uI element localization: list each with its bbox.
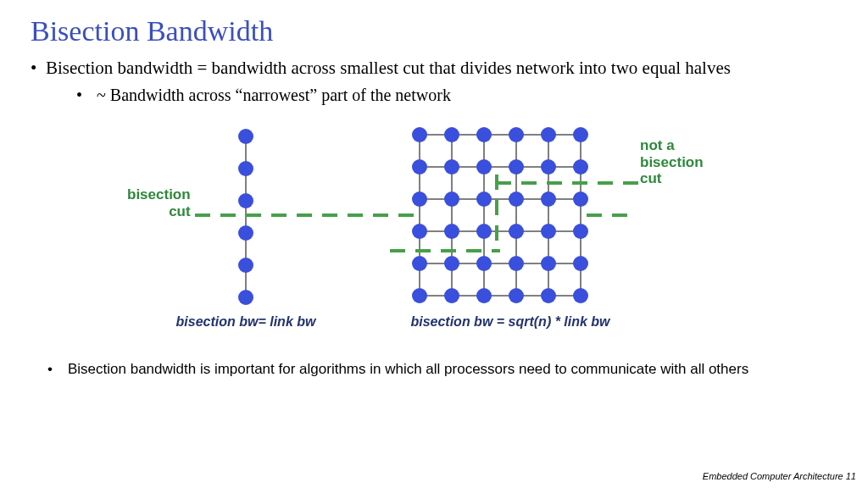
svg-point-2	[238, 161, 253, 176]
page-title: Bisection Bandwidth	[0, 0, 868, 56]
bisection-cut-label: bisection cut	[127, 186, 191, 219]
svg-point-53	[509, 288, 524, 303]
svg-point-32	[412, 191, 427, 207]
bullet-dot: •	[31, 58, 46, 79]
bottom-note: • Bisection bandwidth is important for a…	[0, 361, 868, 378]
svg-point-5	[238, 258, 253, 273]
svg-point-24	[541, 127, 556, 142]
svg-point-39	[444, 224, 459, 239]
svg-point-49	[573, 256, 588, 271]
svg-point-3	[238, 193, 253, 208]
bullet-dot: •	[76, 86, 97, 105]
svg-point-42	[541, 224, 556, 239]
svg-point-43	[573, 224, 588, 239]
bisection-cut-line	[195, 210, 415, 220]
svg-point-6	[238, 290, 253, 305]
svg-point-20	[412, 127, 427, 142]
svg-point-54	[541, 288, 556, 303]
svg-point-38	[412, 224, 427, 239]
svg-point-26	[412, 159, 427, 175]
non-bisection-cut-bottom	[390, 242, 500, 259]
bullet-sub: • ~ Bandwidth across “narrowest” part of…	[0, 80, 868, 107]
svg-point-50	[412, 288, 427, 303]
svg-point-30	[541, 159, 556, 175]
mesh-caption: bisection bw = sqrt(n) * link bw	[383, 314, 637, 330]
bullet-dot: •	[47, 361, 68, 378]
svg-point-41	[509, 224, 524, 239]
svg-point-55	[573, 288, 588, 303]
svg-point-52	[476, 288, 492, 303]
bullet-text: Bisection bandwidth = bandwidth across s…	[46, 58, 731, 79]
svg-point-36	[541, 191, 556, 207]
bullet-text: ~ Bandwidth across “narrowest” part of t…	[97, 86, 451, 105]
svg-point-31	[573, 159, 588, 175]
svg-point-21	[444, 127, 459, 142]
non-bisection-cut-vert	[488, 175, 505, 251]
mesh-diagram	[407, 122, 610, 308]
svg-point-22	[476, 127, 492, 142]
svg-point-25	[573, 127, 588, 142]
svg-point-29	[509, 159, 524, 175]
svg-point-4	[238, 225, 253, 241]
svg-point-48	[541, 256, 556, 271]
svg-point-23	[509, 127, 524, 142]
linear-caption: bisection bw= link bw	[144, 314, 348, 330]
bullet-definition: • Bisection bandwidth = bandwidth across…	[0, 56, 868, 80]
note-text: Bisection bandwidth is important for alg…	[68, 361, 748, 378]
svg-point-28	[476, 159, 492, 175]
footer-text: Embedded Computer Architecture 11	[703, 471, 856, 481]
svg-point-33	[444, 191, 459, 207]
svg-point-35	[509, 191, 524, 207]
not-bisection-cut-label: not a bisection cut	[640, 137, 704, 187]
non-bisection-cut-line	[496, 175, 640, 191]
svg-point-27	[444, 159, 459, 175]
mesh-bisection-cut	[587, 210, 629, 220]
svg-point-47	[509, 256, 524, 271]
svg-point-1	[238, 129, 253, 144]
svg-point-37	[573, 191, 588, 207]
svg-point-51	[444, 288, 459, 303]
diagram-area: bisection cut bisection bw= link bw	[0, 107, 868, 361]
